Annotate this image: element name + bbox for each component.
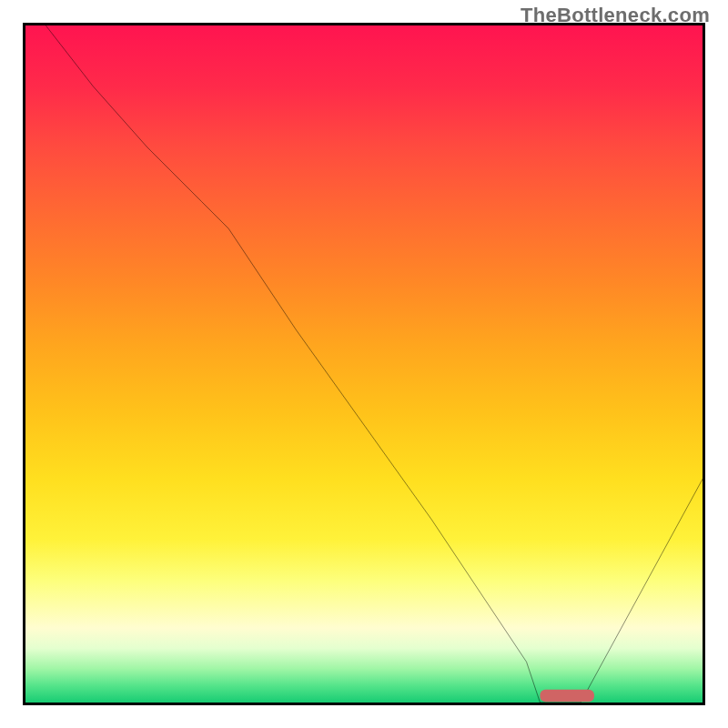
plot-area [23, 23, 705, 705]
bottleneck-chart: TheBottleneck.com [0, 0, 728, 728]
optimum-marker [540, 690, 594, 702]
bottleneck-curve-path [46, 25, 703, 703]
curve-svg [25, 25, 703, 703]
watermark-text: TheBottleneck.com [521, 4, 710, 27]
